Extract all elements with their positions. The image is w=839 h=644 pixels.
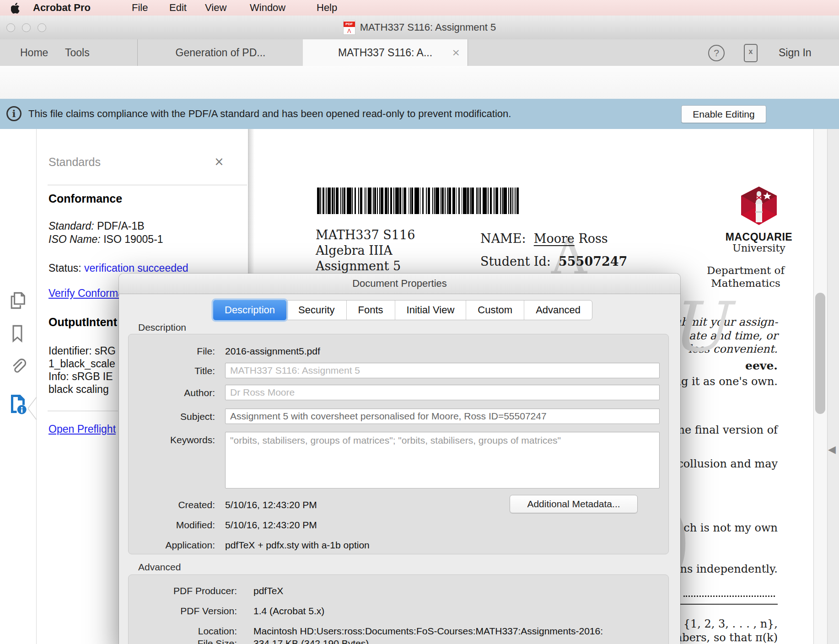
toolbar: 1 / 2 65.9% ▼ ••• — [0, 66, 839, 99]
modified-value: 5/10/16, 12:43:20 PM — [225, 520, 317, 531]
outputintent-line: Info: sRGB IE — [48, 370, 113, 383]
logo-subtitle: University — [721, 242, 797, 254]
subject-label: Subject: — [119, 411, 215, 422]
window-title: MATH337 S116: Assignment 5 — [360, 21, 496, 33]
tab-close-icon[interactable]: × — [452, 39, 460, 66]
description-section-label: Description — [138, 322, 186, 333]
student-id-row: Student Id: 55507247 — [480, 254, 627, 268]
mobile-device-icon[interactable]: x — [744, 44, 758, 62]
student-id-label: Student Id: — [480, 254, 551, 268]
enable-editing-button[interactable]: Enable Editing — [681, 105, 766, 123]
pdf-version-label: PDF Version: — [119, 606, 237, 617]
iso-row: ISO Name: ISO 19005-1 — [48, 233, 163, 246]
menu-item-help[interactable]: Help — [317, 0, 337, 16]
dialog-title: Document Properties — [352, 278, 447, 289]
sign-in-link[interactable]: Sign In — [779, 39, 812, 66]
rule-line — [678, 604, 778, 605]
tab-advanced[interactable]: Advanced — [524, 301, 592, 320]
tab-custom[interactable]: Custom — [466, 301, 524, 320]
divider — [48, 411, 118, 411]
macos-menu-bar: Acrobat Pro File Edit View Window Help — [0, 0, 839, 16]
dialog-title-bar[interactable]: Document Properties — [119, 274, 680, 294]
divider — [48, 185, 247, 185]
nav-tools[interactable]: Tools — [65, 39, 90, 66]
menu-item-file[interactable]: File — [132, 0, 148, 16]
file-value: 2016-assignment5.pdf — [225, 346, 320, 357]
panel-callout-notch — [28, 397, 37, 420]
standard-row: Standard: PDF/A-1B — [48, 220, 145, 232]
outputintent-line: black scaling — [48, 383, 109, 396]
keywords-label: Keywords: — [119, 435, 215, 445]
pdf-producer-label: PDF Producer: — [119, 585, 237, 596]
pdf-producer-value: pdfTeX — [253, 585, 283, 596]
page-text-fragment: eeve. — [745, 359, 778, 372]
status-value: verification succeeded — [84, 262, 188, 274]
menu-item-view[interactable]: View — [205, 0, 226, 16]
additional-metadata-button[interactable]: Additional Metadata... — [510, 495, 638, 513]
created-label: Created: — [119, 499, 215, 510]
window-title-bar: PDF Λ MATH337 S116: Assignment 5 — [0, 16, 839, 40]
outputintent-heading: OutputIntent — [48, 316, 117, 329]
name-label: NAME: — [480, 231, 526, 246]
dialog-tab-control: Description Security Fonts Initial View … — [213, 300, 592, 320]
notice-text: This file claims compliance with the PDF… — [28, 99, 511, 129]
title-label: Title: — [119, 365, 215, 376]
iso-label: ISO Name: — [48, 233, 101, 245]
author-input[interactable]: Dr Ross Moore — [225, 385, 660, 400]
standard-label: Standard: — [48, 220, 94, 232]
doc-tab-bar: Home Tools Generation of PD... MATH337 S… — [0, 39, 839, 66]
standards-panel-title: Standards — [48, 156, 101, 169]
application-label: Application: — [119, 540, 215, 551]
help-icon[interactable]: ? — [708, 45, 725, 61]
collapse-panel-arrow-icon[interactable]: ◀ — [828, 444, 836, 455]
course-name: Algebra IIIA — [316, 243, 393, 258]
keywords-textarea[interactable]: "orbits, stabilisers, groups of matrices… — [225, 432, 660, 488]
modified-label: Modified: — [119, 520, 215, 531]
advanced-section-label: Advanced — [138, 562, 181, 573]
info-icon: i — [6, 106, 22, 121]
menu-item-window[interactable]: Window — [250, 0, 285, 16]
menu-app-name[interactable]: Acrobat Pro — [33, 0, 91, 16]
application-value: pdfTeX + pdfx.sty with a-1b option — [225, 540, 370, 551]
navigation-pane-strip — [0, 129, 37, 644]
file-label: File: — [119, 346, 215, 357]
barcode — [317, 188, 567, 214]
pdf-file-icon: PDF Λ — [343, 20, 355, 35]
tab-fonts[interactable]: Fonts — [346, 301, 395, 320]
panel-close-icon[interactable]: × — [214, 155, 224, 168]
doc-tab-math337-label: MATH337 S116: A... — [338, 47, 432, 59]
vertical-scrollbar-thumb[interactable] — [815, 293, 825, 414]
document-properties-dialog: Document Properties Description Security… — [119, 274, 680, 644]
tab-initial-view[interactable]: Initial View — [395, 301, 466, 320]
page-thumbnails-icon[interactable] — [7, 290, 27, 311]
window-title-group: PDF Λ MATH337 S116: Assignment 5 — [0, 16, 839, 39]
standard-value: PDF/A-1B — [97, 220, 145, 232]
iso-value: ISO 19005-1 — [103, 233, 163, 245]
status-row: Status: verification succeeded — [48, 262, 188, 274]
name-first: Moore — [534, 231, 575, 246]
screen: Acrobat Pro File Edit View Window Help P… — [0, 0, 839, 644]
subject-input[interactable]: Assignment 5 with coversheet personalise… — [225, 408, 660, 424]
conformance-heading: Conformance — [48, 192, 122, 205]
location-label: Location: — [119, 626, 237, 637]
outputintent-line: Identifier: sRG — [48, 345, 116, 357]
tab-description[interactable]: Description — [213, 300, 286, 320]
doc-tab-generation[interactable]: Generation of PD... — [137, 39, 304, 66]
assignment-title: Assignment 5 — [316, 259, 401, 273]
bookmarks-icon[interactable] — [7, 323, 27, 344]
student-name-row: NAME: Moore Ross — [480, 231, 608, 246]
apple-menu-icon[interactable] — [11, 2, 21, 14]
created-value: 5/10/16, 12:43:20 PM — [225, 499, 317, 510]
macquarie-shield-logo — [740, 186, 778, 230]
attachments-icon[interactable] — [7, 356, 27, 377]
open-preflight-link[interactable]: Open Preflight — [48, 423, 116, 435]
title-input[interactable]: MATH337 S116: Assignment 5 — [225, 363, 660, 378]
menu-item-edit[interactable]: Edit — [169, 0, 187, 16]
standards-pane-icon[interactable] — [7, 392, 27, 413]
course-code: MATH337 S116 — [316, 228, 415, 242]
doc-tab-math337[interactable]: MATH337 S116: A... × — [303, 39, 468, 66]
file-size-value: 334.17 KB (342,190 Bytes) — [253, 638, 369, 644]
tab-security[interactable]: Security — [286, 301, 346, 320]
logo-title: MACQUARIE — [721, 231, 797, 243]
nav-home[interactable]: Home — [20, 39, 48, 66]
